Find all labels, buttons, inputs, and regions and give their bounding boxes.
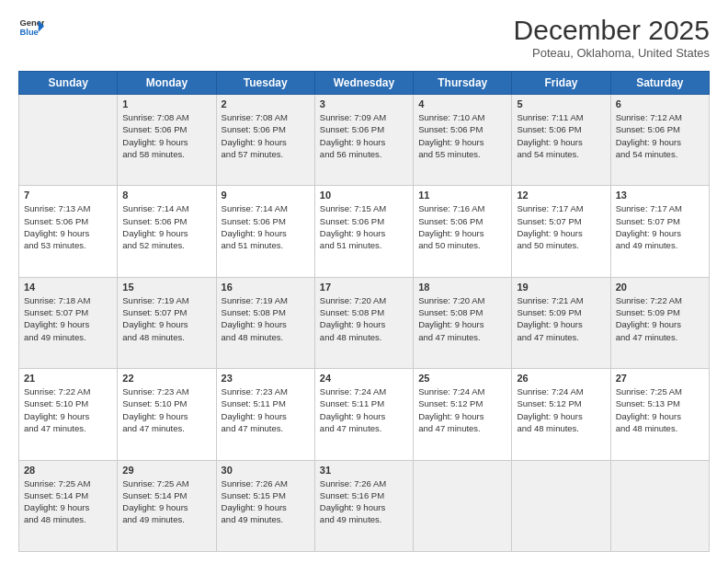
cell-line: Daylight: 9 hours [122,136,210,148]
table-row: 17Sunrise: 7:20 AMSunset: 5:08 PMDayligh… [314,277,413,368]
cell-line: Daylight: 9 hours [222,501,310,513]
cell-line: Sunrise: 7:10 AM [418,111,506,123]
day-number: 17 [320,282,408,293]
table-row: 21Sunrise: 7:22 AMSunset: 5:10 PMDayligh… [19,369,118,460]
cell-line: and 47 minutes. [222,422,310,434]
cell-line: Daylight: 9 hours [320,501,408,513]
cell-line: and 53 minutes. [24,239,112,251]
cell-line: Sunrise: 7:24 AM [320,385,408,397]
cell-line: and 52 minutes. [122,239,210,251]
calendar-week-row: 7Sunrise: 7:13 AMSunset: 5:06 PMDaylight… [19,186,710,277]
cell-line: Sunset: 5:09 PM [616,306,704,318]
day-number: 28 [24,465,112,476]
cell-line: and 51 minutes. [222,239,310,251]
table-row: 25Sunrise: 7:24 AMSunset: 5:12 PMDayligh… [414,369,512,460]
cell-line: and 50 minutes. [517,239,605,251]
table-row: 12Sunrise: 7:17 AMSunset: 5:07 PMDayligh… [512,186,610,277]
day-number: 13 [616,190,704,201]
cell-line: Sunrise: 7:17 AM [517,202,605,214]
day-number: 6 [616,98,704,109]
cell-line: Sunrise: 7:14 AM [122,202,210,214]
cell-line: Sunset: 5:07 PM [616,215,704,227]
cell-line: Daylight: 9 hours [222,136,310,148]
cell-line: Sunset: 5:06 PM [320,215,408,227]
calendar: Sunday Monday Tuesday Wednesday Thursday… [18,71,710,552]
cell-line: and 49 minutes. [24,331,112,343]
cell-line: and 48 minutes. [616,422,704,434]
table-row: 26Sunrise: 7:24 AMSunset: 5:12 PMDayligh… [512,369,610,460]
cell-line: Daylight: 9 hours [24,501,112,513]
cell-line: Sunset: 5:10 PM [122,397,210,409]
cell-line: Daylight: 9 hours [320,136,408,148]
header-tuesday: Tuesday [216,72,314,95]
cell-line: Daylight: 9 hours [418,227,506,239]
header-thursday: Thursday [414,72,512,95]
table-row: 27Sunrise: 7:25 AMSunset: 5:13 PMDayligh… [610,369,709,460]
day-number: 26 [517,373,605,384]
day-number: 1 [122,98,210,109]
location: Poteau, Oklahoma, United States [514,46,710,60]
day-number: 12 [517,190,605,201]
cell-line: Daylight: 9 hours [418,410,506,422]
cell-line: Daylight: 9 hours [222,318,310,330]
cell-line: Sunrise: 7:17 AM [616,202,704,214]
day-number: 21 [24,373,112,384]
svg-text:Blue: Blue [20,28,39,37]
cell-line: Sunrise: 7:21 AM [517,294,605,306]
table-row: 8Sunrise: 7:14 AMSunset: 5:06 PMDaylight… [118,186,216,277]
day-number: 14 [24,282,112,293]
cell-line: and 47 minutes. [418,331,506,343]
cell-line: Sunrise: 7:19 AM [222,294,310,306]
table-row: 29Sunrise: 7:25 AMSunset: 5:14 PMDayligh… [118,460,216,551]
cell-line: and 47 minutes. [517,331,605,343]
cell-line: Sunrise: 7:26 AM [222,477,310,489]
table-row: 13Sunrise: 7:17 AMSunset: 5:07 PMDayligh… [610,186,709,277]
cell-line: Sunrise: 7:22 AM [24,385,112,397]
cell-line: Sunset: 5:12 PM [418,397,506,409]
cell-line: Daylight: 9 hours [222,227,310,239]
cell-line: Sunset: 5:06 PM [222,215,310,227]
cell-line: Sunrise: 7:20 AM [320,294,408,306]
table-row: 2Sunrise: 7:08 AMSunset: 5:06 PMDaylight… [216,95,314,186]
cell-line: Sunrise: 7:25 AM [616,385,704,397]
table-row: 9Sunrise: 7:14 AMSunset: 5:06 PMDaylight… [216,186,314,277]
cell-line: and 55 minutes. [418,148,506,160]
day-number: 11 [418,190,506,201]
cell-line: and 56 minutes. [320,148,408,160]
cell-line: Sunrise: 7:08 AM [122,111,210,123]
day-number: 31 [320,465,408,476]
day-number: 8 [122,190,210,201]
cell-line: Sunset: 5:13 PM [616,397,704,409]
cell-line: Sunset: 5:06 PM [222,123,310,135]
cell-line: and 51 minutes. [320,239,408,251]
cell-line: Sunset: 5:07 PM [122,306,210,318]
cell-line: Sunrise: 7:24 AM [517,385,605,397]
cell-line: and 50 minutes. [418,239,506,251]
page: General Blue December 2025 Poteau, Oklah… [0,0,728,563]
cell-line: Sunset: 5:07 PM [517,215,605,227]
cell-line: Sunset: 5:06 PM [122,215,210,227]
cell-line: Sunset: 5:12 PM [517,397,605,409]
cell-line: Sunset: 5:06 PM [320,123,408,135]
day-number: 24 [320,373,408,384]
cell-line: Sunset: 5:14 PM [24,489,112,501]
table-row: 30Sunrise: 7:26 AMSunset: 5:15 PMDayligh… [216,460,314,551]
cell-line: and 47 minutes. [320,422,408,434]
cell-line: and 49 minutes. [616,239,704,251]
cell-line: Sunset: 5:15 PM [222,489,310,501]
table-row [512,460,610,551]
cell-line: Daylight: 9 hours [320,318,408,330]
month-title: December 2025 [514,15,710,46]
cell-line: Sunset: 5:09 PM [517,306,605,318]
cell-line: Sunrise: 7:16 AM [418,202,506,214]
day-number: 9 [222,190,310,201]
cell-line: Sunrise: 7:25 AM [122,477,210,489]
cell-line: and 54 minutes. [616,148,704,160]
day-number: 20 [616,282,704,293]
table-row: 6Sunrise: 7:12 AMSunset: 5:06 PMDaylight… [610,95,709,186]
table-row: 15Sunrise: 7:19 AMSunset: 5:07 PMDayligh… [118,277,216,368]
cell-line: Sunrise: 7:09 AM [320,111,408,123]
cell-line: Daylight: 9 hours [616,410,704,422]
cell-line: Daylight: 9 hours [616,318,704,330]
day-number: 16 [222,282,310,293]
